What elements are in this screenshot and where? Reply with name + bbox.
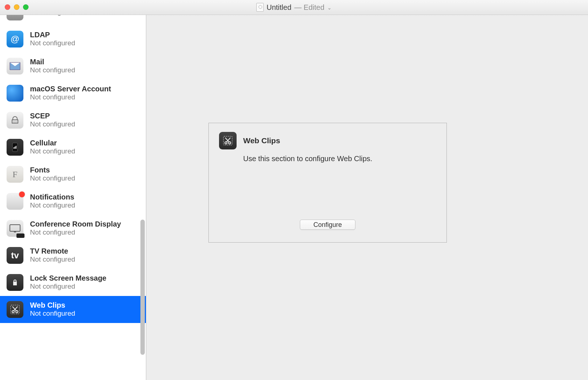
sidebar-item-label: Mail — [30, 58, 75, 66]
sidebar-item-label: TV Remote — [30, 247, 75, 255]
panel-title: Web Clips — [243, 136, 280, 145]
sidebar-item-label: Conference Room Display — [30, 220, 121, 228]
sidebar-item-status: Not configured — [30, 120, 75, 129]
traffic-lights — [5, 4, 29, 10]
panel-description: Use this section to configure Web Clips. — [243, 155, 436, 163]
sidebar-item-status: Not configured — [30, 39, 75, 48]
sidebar-item-cellular[interactable]: Cellular Not configured — [0, 134, 146, 161]
conference-room-display-icon — [7, 220, 23, 237]
configure-button-label: Configure — [313, 221, 342, 229]
svg-rect-5 — [16, 146, 16, 149]
sidebar-item-status: Not configured — [30, 201, 75, 210]
sidebar-item-conference-room-display[interactable]: Conference Room Display Not configured — [0, 215, 146, 242]
web-clips-panel: Web Clips Use this section to configure … — [208, 123, 447, 243]
sidebar-item-status: Not configured — [30, 282, 106, 291]
sidebar-item-fonts[interactable]: F Fonts Not configured — [0, 161, 146, 188]
sidebar-item-status: Not configured — [30, 147, 75, 156]
chevron-down-icon: ⌄ — [327, 4, 332, 11]
svg-rect-7 — [10, 225, 20, 231]
cellular-icon — [7, 139, 23, 156]
sidebar-item-status: Not configured — [30, 174, 75, 183]
sidebar-item-notifications[interactable]: Notifications Not configured — [0, 188, 146, 215]
sidebar-item-label: macOS Server Account — [30, 85, 111, 93]
sidebar-item-label: Notifications — [30, 193, 75, 201]
window-titlebar: Untitled — Edited ⌄ — [0, 0, 588, 15]
svg-rect-3 — [14, 147, 14, 149]
apple-tv-icon: tv — [7, 247, 23, 264]
close-button[interactable] — [5, 4, 10, 10]
svg-text:<·>: <·> — [13, 121, 17, 123]
sidebar-item-status: Not configured — [30, 309, 75, 318]
document-proxy-icon — [256, 3, 264, 12]
sidebar-item-mail[interactable]: Mail Not configured — [0, 53, 146, 80]
sidebar-item-status: Not configured — [30, 255, 75, 264]
globe-icon — [7, 85, 23, 102]
window-title: Untitled — [267, 3, 291, 12]
sidebar-item-label: Web Clips — [30, 301, 75, 309]
notifications-icon — [7, 193, 23, 210]
sidebar-item-lock-screen-message[interactable]: Lock Screen Message Not configured — [0, 269, 146, 296]
sidebar-scrollbar-thumb[interactable] — [140, 220, 145, 355]
sidebar-item-ldap[interactable]: @ LDAP Not configured — [0, 26, 146, 53]
scep-icon: <·> — [7, 112, 23, 129]
sidebar-item-status: Not configured — [30, 66, 75, 75]
sidebar-item-web-clips[interactable]: Web Clips Not configured — [0, 296, 146, 323]
payload-detail-pane: Web Clips Use this section to configure … — [146, 15, 588, 380]
web-clips-icon — [219, 132, 237, 149]
title-proxy[interactable]: Untitled — Edited ⌄ — [256, 3, 332, 12]
at-sign-icon: @ — [7, 31, 23, 48]
svg-rect-4 — [15, 147, 15, 149]
sidebar-item-tv-remote[interactable]: tv TV Remote Not configured — [0, 242, 146, 269]
sidebar-item-label: SCEP — [30, 112, 75, 120]
configure-button[interactable]: Configure — [300, 220, 355, 230]
sidebar-item-previous[interactable]: Not configured — [0, 15, 146, 26]
sidebar-item-label: LDAP — [30, 31, 75, 39]
svg-text:F: F — [12, 170, 17, 179]
generic-icon — [7, 15, 23, 20]
sidebar-item-status: Not configured — [30, 15, 75, 16]
lock-screen-icon — [7, 274, 23, 291]
minimize-button[interactable] — [14, 4, 19, 10]
sidebar-item-macos-server-account[interactable]: macOS Server Account Not configured — [0, 80, 146, 107]
web-clips-icon — [7, 301, 23, 318]
sidebar-item-label: Fonts — [30, 166, 75, 174]
sidebar-item-status: Not configured — [30, 228, 121, 237]
sidebar-item-status: Not configured — [30, 93, 111, 102]
payload-sidebar: Not configured @ LDAP Not configured — [0, 15, 146, 380]
zoom-button[interactable] — [23, 4, 29, 10]
sidebar-item-label: Lock Screen Message — [30, 274, 106, 282]
window-edited-label: — Edited — [294, 3, 324, 12]
svg-rect-8 — [14, 232, 16, 232]
mail-icon — [7, 58, 23, 75]
sidebar-item-label: Cellular — [30, 139, 75, 147]
sidebar-item-scep[interactable]: <·> SCEP Not configured — [0, 107, 146, 134]
fonts-icon: F — [7, 166, 23, 183]
